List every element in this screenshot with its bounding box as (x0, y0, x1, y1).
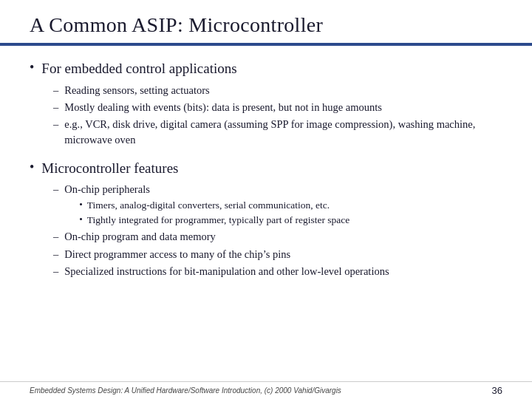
footer-page-number: 36 (492, 385, 502, 396)
sub-bullet-1-3: – e.g., VCR, disk drive, digital camera … (53, 117, 502, 148)
sub-sub-bullets-2-1: • Timers, analog-digital converters, ser… (79, 198, 502, 227)
dash-2-4: – (53, 264, 58, 279)
bullet-dot-1: • (30, 60, 34, 75)
main-bullet-2-text: Microcontroller features (41, 159, 178, 178)
slide: A Common ASIP: Microcontroller • For emb… (0, 0, 532, 399)
main-bullet-1: • For embedded control applications (30, 59, 502, 78)
dash-2-2: – (53, 229, 58, 245)
sub-sub-bullet-2-1-1-text: Timers, analog-digital converters, seria… (87, 198, 502, 213)
sub-bullet-1-2-text: Mostly dealing with events (bits): data … (64, 100, 502, 115)
dash-1-2: – (53, 100, 58, 115)
sub-sub-bullet-2-1-2: • Tightly integrated for programmer, typ… (79, 213, 502, 228)
title-area: A Common ASIP: Microcontroller (0, 0, 532, 43)
sub-bullets-2: – On-chip peripherals • Timers, analog-d… (53, 182, 502, 279)
dash-2-3: – (53, 247, 58, 262)
main-bullet-1-text: For embedded control applications (41, 59, 236, 78)
sub-bullets-1: – Reading sensors, setting actuators – M… (53, 83, 502, 149)
dash-2-1: – (53, 182, 58, 197)
sub-bullet-2-2-text: On-chip program and data memory (64, 229, 502, 245)
sub-sub-dot-2-1-2: • (79, 213, 83, 227)
sub-sub-bullet-2-1-1: • Timers, analog-digital converters, ser… (79, 198, 502, 213)
sub-bullet-2-1-text: On-chip peripherals (64, 182, 502, 197)
sub-bullet-1-2: – Mostly dealing with events (bits): dat… (53, 100, 502, 115)
content-area: • For embedded control applications – Re… (0, 46, 532, 381)
sub-bullet-2-4: – Specialized instructions for bit-manip… (53, 264, 502, 279)
main-bullet-2: • Microcontroller features (30, 159, 502, 178)
sub-bullet-1-1-text: Reading sensors, setting actuators (64, 83, 502, 98)
sub-bullet-2-2: – On-chip program and data memory (53, 229, 502, 245)
sub-bullet-2-3-text: Direct programmer access to many of the … (64, 247, 502, 262)
sub-sub-bullet-2-1-2-text: Tightly integrated for programmer, typic… (87, 213, 502, 228)
footer: Embedded Systems Design: A Unified Hardw… (0, 381, 532, 399)
slide-title: A Common ASIP: Microcontroller (30, 13, 502, 37)
sub-bullet-2-4-text: Specialized instructions for bit-manipul… (64, 264, 502, 279)
dash-1-3: – (53, 117, 58, 132)
bullet-dot-2: • (30, 160, 34, 175)
sub-bullet-2-1: – On-chip peripherals • Timers, analog-d… (53, 182, 502, 228)
sub-bullet-1-3-text: e.g., VCR, disk drive, digital camera (a… (64, 117, 502, 148)
sub-bullet-2-3: – Direct programmer access to many of th… (53, 247, 502, 262)
dash-1-1: – (53, 83, 58, 98)
footer-citation: Embedded Systems Design: A Unified Hardw… (30, 386, 341, 395)
sub-sub-dot-2-1-1: • (79, 198, 83, 212)
sub-bullet-1-1: – Reading sensors, setting actuators (53, 83, 502, 98)
